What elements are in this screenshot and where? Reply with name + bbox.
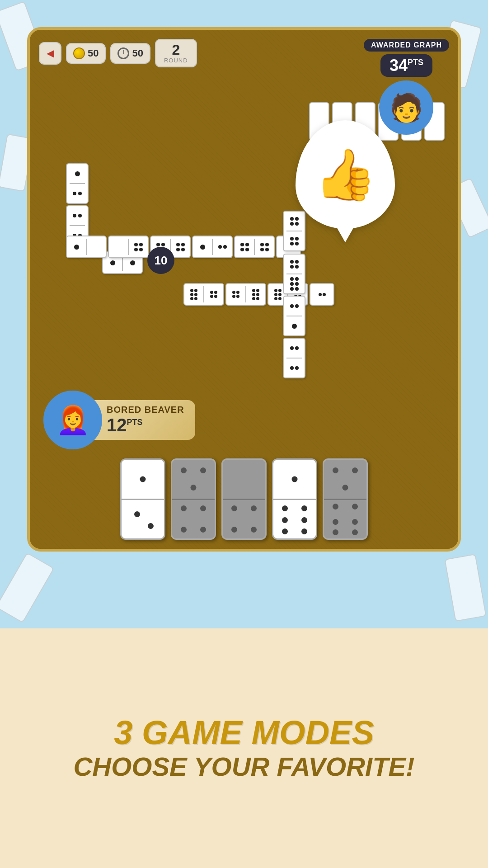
player-name: BORED BEAVER	[107, 405, 184, 415]
board-piece-v1	[66, 163, 89, 204]
promo-title: 3 GAME MODES	[114, 714, 374, 751]
hand-piece-3[interactable]	[221, 458, 267, 540]
round-box: 2 ROUND	[155, 39, 197, 67]
back-button[interactable]	[39, 42, 61, 65]
promo-subtitle: CHOOSE YOUR FAVORITE!	[73, 751, 414, 783]
board-row-h2	[183, 283, 334, 306]
round-label: ROUND	[164, 57, 188, 64]
top-bar: 50 50 2 ROUND	[39, 39, 197, 67]
player-score-info: BORED BEAVER 12PTS	[93, 400, 195, 440]
player-avatar: 👩‍🦰	[43, 391, 102, 449]
timer-stat: 50	[110, 43, 150, 64]
board-col-r	[283, 211, 305, 251]
board-row-h	[66, 236, 301, 258]
player-hand	[120, 458, 368, 540]
awarded-badge: AWARDED GRAPH	[364, 39, 449, 52]
hand-piece-2[interactable]	[171, 458, 216, 540]
player-score: 12PTS	[107, 415, 184, 435]
thumbs-emoji: 👍	[314, 146, 376, 204]
opponent-avatar: 🧑	[379, 80, 433, 135]
coins-stat: 50	[66, 43, 106, 64]
opponent-score: 34PTS	[380, 54, 432, 77]
timer-value: 50	[132, 47, 143, 59]
coin-icon	[73, 47, 85, 59]
game-board: 50 50 2 ROUND AWARDED GRAPH 34PTS 🧑	[27, 27, 461, 552]
timer-icon	[117, 47, 129, 59]
promo-section: 3 GAME MODES CHOOSE YOUR FAVORITE!	[0, 628, 488, 868]
hand-piece-1[interactable]	[120, 458, 165, 540]
number-badge: 10	[147, 247, 174, 274]
hand-piece-4[interactable]	[272, 458, 317, 540]
hand-piece-5[interactable]	[323, 458, 368, 540]
opponent-info: AWARDED GRAPH 34PTS 🧑	[364, 39, 449, 135]
round-number: 2	[164, 42, 188, 57]
player-score-badge: 👩‍🦰 BORED BEAVER 12PTS	[43, 391, 195, 449]
coins-value: 50	[88, 47, 99, 59]
board-col-r2	[283, 254, 305, 378]
